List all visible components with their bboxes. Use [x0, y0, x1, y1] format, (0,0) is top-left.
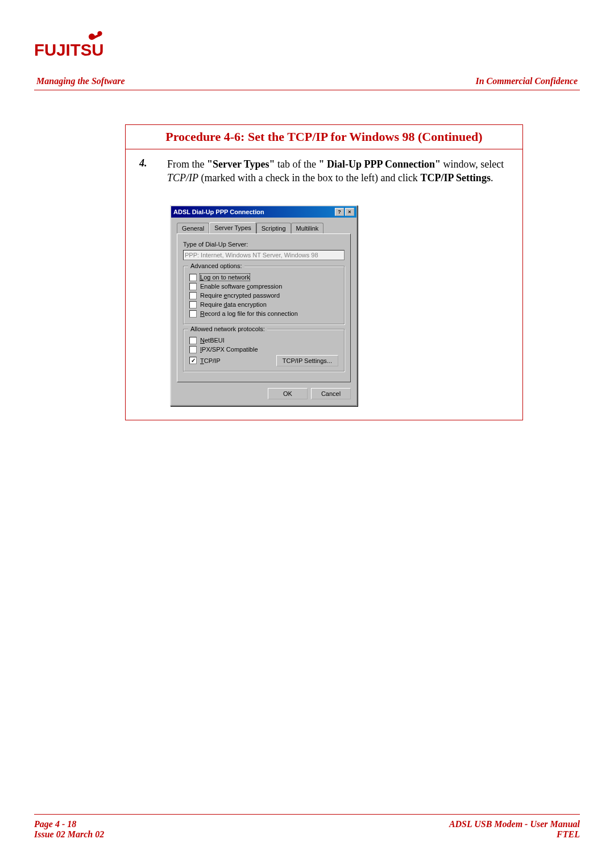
procedure-title: Procedure 4-6: Set the TCP/IP for Window…	[126, 125, 523, 149]
dialog-title: ADSL Dial-Up PPP Connection	[173, 208, 264, 215]
checkbox-icon[interactable]	[189, 283, 197, 290]
checkbox-icon[interactable]	[189, 310, 197, 318]
opt-encrypted-password[interactable]: Require encrypted password	[189, 292, 338, 299]
dialog-tabs: General Server Types Scripting Multilink	[177, 222, 351, 234]
step-text: From the "Server Types" tab of the " Dia…	[167, 157, 512, 185]
checkbox-icon[interactable]	[189, 337, 197, 344]
header-rule	[34, 90, 580, 90]
advanced-options-group: Advanced options: Log on to network Enab…	[183, 266, 345, 324]
opt-log-on-network[interactable]: Log on to network	[189, 274, 338, 281]
win98-dialog: ADSL Dial-Up PPP Connection ? × General …	[170, 205, 358, 406]
tab-server-types[interactable]: Server Types	[209, 222, 256, 233]
footer-right: ADSL USB Modem - User Manual FTEL	[449, 819, 580, 840]
opt-record-log[interactable]: Record a log file for this connection	[189, 310, 338, 318]
footer-rule	[34, 814, 580, 815]
svg-text:FUJITSU: FUJITSU	[34, 40, 103, 59]
proto-tcpip[interactable]: TCP/IP	[189, 357, 220, 364]
tab-multilink[interactable]: Multilink	[291, 223, 324, 234]
page-header: Managing the Software In Commercial Conf…	[34, 76, 580, 90]
opt-software-compression[interactable]: Enable software compression	[189, 283, 338, 290]
checkbox-icon[interactable]	[189, 292, 197, 299]
close-icon[interactable]: ×	[345, 208, 354, 216]
ok-button[interactable]: OK	[268, 388, 308, 399]
page-footer: Page 4 - 18 Issue 02 March 02 ADSL USB M…	[34, 814, 580, 840]
checkbox-icon[interactable]	[189, 301, 197, 308]
protocols-group: Allowed network protocols: NetBEUI IPX/S…	[183, 329, 345, 372]
procedure-body: 4. From the "Server Types" tab of the " …	[126, 149, 523, 420]
proto-ipx-spx[interactable]: IPX/SPX Compatible	[189, 346, 338, 353]
dialup-type-select[interactable]: PPP: Internet, Windows NT Server, Window…	[183, 250, 345, 260]
header-left: Managing the Software	[36, 76, 125, 86]
checkbox-icon[interactable]	[189, 346, 197, 353]
dialog-screenshot: ADSL Dial-Up PPP Connection ? × General …	[170, 205, 512, 406]
proto-netbeui[interactable]: NetBEUI	[189, 337, 338, 344]
dialog-titlebar[interactable]: ADSL Dial-Up PPP Connection ? ×	[171, 206, 356, 218]
header-right: In Commercial Confidence	[475, 76, 578, 86]
fujitsu-logo-icon: FUJITSU	[34, 28, 114, 62]
tcpip-settings-button[interactable]: TCP/IP Settings...	[276, 355, 338, 366]
group-title-advanced: Advanced options:	[188, 262, 244, 269]
footer-left: Page 4 - 18 Issue 02 March 02	[34, 819, 104, 840]
logo: FUJITSU	[34, 28, 580, 65]
tab-scripting[interactable]: Scripting	[256, 223, 291, 234]
cancel-button[interactable]: Cancel	[311, 388, 351, 399]
type-label: Type of Dial-Up Server:	[183, 241, 345, 248]
tab-general[interactable]: General	[177, 223, 209, 234]
step-number: 4.	[136, 157, 150, 169]
tab-panel: Type of Dial-Up Server: PPP: Internet, W…	[177, 233, 351, 382]
checkbox-icon[interactable]	[189, 357, 197, 364]
group-title-protocols: Allowed network protocols:	[188, 326, 267, 332]
procedure-table: Procedure 4-6: Set the TCP/IP for Window…	[125, 124, 523, 420]
help-icon[interactable]: ?	[335, 208, 344, 216]
opt-data-encryption[interactable]: Require data encryption	[189, 301, 338, 308]
content: Procedure 4-6: Set the TCP/IP for Window…	[125, 124, 523, 420]
checkbox-icon[interactable]	[189, 274, 197, 281]
